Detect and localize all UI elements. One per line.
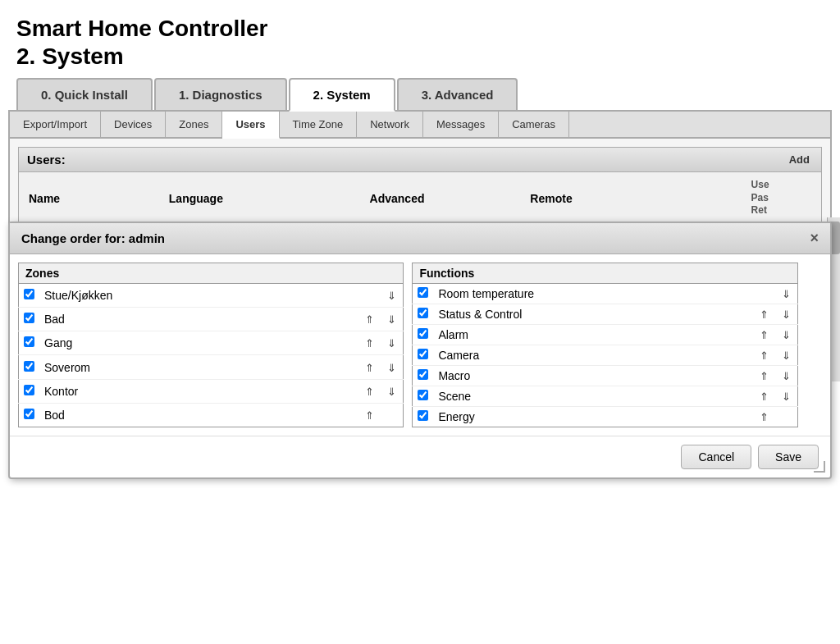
zone-checkbox-cell[interactable] — [19, 308, 40, 331]
zone-up-cell: ⇑ — [358, 403, 381, 427]
zone-up-button[interactable]: ⇑ — [363, 409, 376, 422]
function-label: Energy — [433, 407, 752, 427]
sub-tabs: Export/Import Devices Zones Users Time Z… — [10, 112, 830, 139]
function-label: Scene — [433, 386, 752, 407]
function-checkbox-cell[interactable] — [413, 304, 434, 325]
subtab-users[interactable]: Users — [222, 112, 279, 139]
function-checkbox[interactable] — [418, 369, 428, 380]
dialog-title: Change order for: admin — [21, 231, 165, 245]
app-header: Smart Home Controller 2. System — [0, 0, 840, 78]
subtab-devices[interactable]: Devices — [101, 112, 166, 137]
subtab-zones[interactable]: Zones — [166, 112, 222, 137]
zone-label: Bod — [39, 403, 358, 427]
subtab-cameras[interactable]: Cameras — [499, 112, 569, 137]
function-down-button[interactable]: ⇓ — [780, 370, 792, 382]
zone-checkbox[interactable] — [24, 289, 34, 299]
zone-down-button[interactable]: ⇓ — [386, 313, 398, 326]
zone-up-button[interactable]: ⇑ — [363, 337, 376, 349]
zone-up-button[interactable]: ⇑ — [363, 362, 376, 374]
zone-down-button[interactable]: ⇓ — [386, 362, 398, 374]
zone-down-button[interactable]: ⇓ — [386, 337, 398, 349]
function-up-button[interactable]: ⇑ — [758, 411, 770, 423]
function-up-button[interactable]: ⇑ — [758, 391, 770, 403]
function-down-cell: ⇓ — [775, 284, 798, 304]
zone-up-button[interactable]: ⇑ — [363, 386, 376, 398]
tab-system[interactable]: 2. System — [289, 78, 395, 112]
zone-up-button[interactable]: ⇑ — [363, 313, 376, 326]
function-down-button[interactable]: ⇓ — [780, 349, 792, 362]
zone-row: Bad ⇑ ⇓ — [19, 308, 404, 331]
subtab-export-import[interactable]: Export/Import — [10, 112, 101, 137]
zone-checkbox-cell[interactable] — [19, 403, 40, 427]
zone-down-button[interactable]: ⇓ — [386, 290, 398, 302]
function-up-button[interactable]: ⇑ — [758, 349, 770, 362]
zone-label: Kontor — [39, 379, 358, 403]
function-row: Energy ⇑ — [413, 407, 797, 427]
function-up-button[interactable]: ⇑ — [758, 329, 770, 341]
col-actions — [641, 172, 741, 224]
col-language: Language — [159, 172, 360, 224]
function-down-cell: ⇓ — [775, 325, 798, 345]
zone-checkbox[interactable] — [24, 336, 34, 347]
change-order-dialog: Change order for: admin × Zones Stue/Kjø… — [8, 222, 832, 479]
function-down-button[interactable]: ⇓ — [780, 391, 792, 403]
table-header-row: Name Language Advanced Remote Use Pas Re… — [19, 172, 822, 224]
function-checkbox[interactable] — [418, 390, 428, 400]
zone-checkbox-cell[interactable] — [19, 331, 40, 355]
zone-checkbox-cell[interactable] — [19, 355, 40, 379]
subtab-messages[interactable]: Messages — [423, 112, 499, 137]
function-row: Alarm ⇑ ⇓ — [413, 325, 797, 345]
function-up-button[interactable]: ⇑ — [758, 308, 770, 321]
zone-label: Soverom — [39, 355, 358, 379]
tab-advanced[interactable]: 3. Advanced — [397, 78, 518, 110]
function-row: Camera ⇑ ⇓ — [413, 345, 797, 366]
tab-diagnostics[interactable]: 1. Diagnostics — [154, 78, 287, 110]
zone-row: Soverom ⇑ ⇓ — [19, 355, 404, 379]
function-up-cell: ⇑ — [753, 345, 775, 366]
function-row: Scene ⇑ ⇓ — [413, 386, 797, 407]
zone-down-button[interactable]: ⇓ — [386, 386, 398, 398]
function-up-button[interactable]: ⇑ — [758, 370, 770, 382]
function-row: Room temperature ⇓ — [413, 284, 797, 304]
function-row: Macro ⇑ ⇓ — [413, 366, 797, 386]
zone-checkbox[interactable] — [24, 385, 34, 395]
function-down-cell: ⇓ — [775, 304, 798, 325]
tab-quick-install[interactable]: 0. Quick Install — [16, 78, 153, 110]
function-down-cell: ⇓ — [775, 345, 798, 366]
zone-checkbox[interactable] — [24, 361, 34, 372]
function-down-button[interactable]: ⇓ — [780, 308, 792, 321]
subtab-network[interactable]: Network — [357, 112, 423, 137]
dialog-close-button[interactable]: × — [810, 230, 819, 247]
zone-checkbox-cell[interactable] — [19, 284, 40, 308]
function-up-cell: ⇑ — [753, 304, 775, 325]
function-up-cell — [753, 284, 775, 304]
function-checkbox[interactable] — [418, 349, 428, 359]
functions-header: Functions — [413, 263, 797, 284]
zone-up-cell: ⇑ — [358, 331, 381, 355]
zone-down-cell: ⇓ — [381, 331, 404, 355]
main-tabs: 0. Quick Install 1. Diagnostics 2. Syste… — [8, 78, 832, 112]
function-checkbox[interactable] — [418, 328, 428, 339]
save-button[interactable]: Save — [758, 445, 819, 469]
app-title: Smart Home Controller 2. System — [16, 15, 824, 70]
function-checkbox-cell[interactable] — [413, 284, 434, 304]
zone-checkbox[interactable] — [24, 409, 34, 419]
function-down-button[interactable]: ⇓ — [780, 329, 792, 341]
zones-table: Zones Stue/Kjøkken ⇓ Bad ⇑ — [18, 263, 404, 427]
function-checkbox-cell[interactable] — [413, 325, 434, 345]
function-checkbox[interactable] — [418, 308, 428, 318]
function-checkbox-cell[interactable] — [413, 407, 434, 427]
function-checkbox-cell[interactable] — [413, 366, 434, 386]
add-button[interactable]: Add — [789, 153, 810, 166]
function-down-cell — [775, 407, 798, 427]
function-checkbox[interactable] — [418, 287, 428, 298]
function-checkbox-cell[interactable] — [413, 386, 434, 407]
function-down-button[interactable]: ⇓ — [780, 288, 792, 300]
zone-up-cell: ⇑ — [358, 308, 381, 331]
zone-checkbox[interactable] — [24, 313, 34, 323]
zone-checkbox-cell[interactable] — [19, 379, 40, 403]
function-checkbox-cell[interactable] — [413, 345, 434, 366]
subtab-time-zone[interactable]: Time Zone — [280, 112, 358, 137]
cancel-button[interactable]: Cancel — [681, 445, 751, 469]
function-checkbox[interactable] — [418, 410, 428, 421]
